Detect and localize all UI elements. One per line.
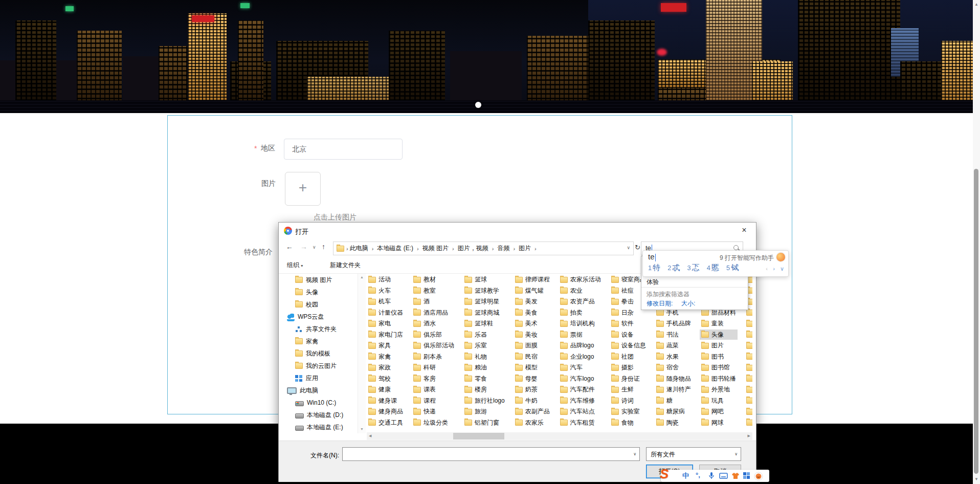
file-item[interactable]: 西 bbox=[745, 373, 752, 384]
file-item[interactable]: 篮球 bbox=[463, 275, 506, 285]
file-item[interactable]: 汽车维修 bbox=[559, 395, 603, 406]
close-icon[interactable]: × bbox=[739, 226, 750, 235]
breadcrumb-segment[interactable]: 图片，视频› bbox=[456, 244, 496, 253]
file-item[interactable]: 拍卖 bbox=[559, 307, 603, 318]
file-item[interactable]: 酒店用品 bbox=[412, 307, 456, 318]
file-item[interactable]: 酒 bbox=[412, 297, 456, 307]
file-item[interactable]: 相 bbox=[745, 417, 752, 428]
filename-input[interactable]: ∨ bbox=[342, 447, 640, 461]
file-item[interactable]: 牛奶 bbox=[514, 395, 551, 406]
file-item[interactable]: 礼物 bbox=[463, 351, 506, 362]
file-item[interactable]: 交通工具 bbox=[367, 417, 405, 428]
file-item[interactable]: 奶茶 bbox=[514, 385, 551, 395]
file-item[interactable]: 民宿 bbox=[514, 351, 551, 362]
new-folder-button[interactable]: 新建文件夹 bbox=[330, 261, 361, 270]
file-item[interactable]: 汽车logo bbox=[559, 373, 603, 384]
region-input[interactable]: 北京 bbox=[284, 139, 403, 160]
sidebar-item[interactable]: 此电脑 bbox=[279, 384, 358, 397]
file-item[interactable]: 随身物品 bbox=[655, 373, 693, 384]
ime-assistant-icon[interactable] bbox=[776, 253, 785, 261]
file-item[interactable]: 物 bbox=[745, 363, 752, 373]
file-item[interactable]: 书法 bbox=[655, 329, 693, 340]
carousel-dot[interactable] bbox=[475, 102, 481, 108]
ime-punctuation-toggle[interactable]: °, bbox=[696, 471, 700, 479]
file-item[interactable]: 实验室 bbox=[610, 407, 648, 417]
history-dropdown-icon[interactable]: ∨ bbox=[313, 245, 316, 250]
breadcrumb-segment[interactable]: 视频 图片› bbox=[421, 244, 456, 253]
file-item[interactable]: 童装 bbox=[700, 319, 738, 329]
scroll-right-icon[interactable]: ▶ bbox=[748, 434, 750, 438]
file-item[interactable]: 面膜 bbox=[514, 341, 551, 351]
ime-candidate[interactable]: 3忑 bbox=[687, 263, 699, 273]
file-item[interactable]: 乐器 bbox=[463, 329, 506, 340]
file-item[interactable]: 汽车配件 bbox=[559, 385, 603, 395]
file-item[interactable]: 农副产品 bbox=[514, 407, 551, 417]
browser-scrollbar[interactable]: ▲ ▼ bbox=[973, 0, 980, 484]
scroll-left-icon[interactable]: ◀ bbox=[369, 434, 371, 438]
file-item[interactable]: 乐室 bbox=[463, 341, 506, 351]
sidebar-item[interactable]: 头像 bbox=[279, 286, 358, 298]
file-item[interactable]: 遂川特产 bbox=[655, 385, 693, 395]
file-item[interactable]: 火车 bbox=[367, 285, 405, 296]
file-item[interactable]: 社团 bbox=[610, 351, 648, 362]
filetype-select[interactable]: 所有文件 ∨ bbox=[646, 447, 741, 461]
file-item[interactable]: 头像 bbox=[700, 329, 738, 340]
file-item[interactable]: 教材 bbox=[412, 275, 456, 285]
sidebar-scrollbar[interactable]: ▲ ▼ bbox=[358, 274, 366, 433]
file-list-hscrollbar[interactable]: ◀ ▶ bbox=[367, 432, 752, 440]
organize-menu[interactable]: 组织 ▾ bbox=[287, 261, 303, 270]
file-item[interactable]: 生鲜 bbox=[610, 385, 648, 395]
file-item[interactable]: 培训机构 bbox=[559, 319, 603, 329]
scroll-up-icon[interactable]: ▲ bbox=[358, 275, 366, 279]
filter-size-link[interactable]: 大小: bbox=[681, 299, 695, 308]
breadcrumb-segment[interactable]: 图片› bbox=[517, 244, 539, 253]
file-item[interactable]: 旅游 bbox=[463, 407, 506, 417]
file-item[interactable]: 物 bbox=[745, 341, 752, 351]
scroll-up-icon[interactable]: ▲ bbox=[973, 2, 980, 7]
file-item[interactable]: 计量仪器 bbox=[367, 307, 405, 318]
file-item[interactable]: 图书馆 bbox=[700, 363, 738, 373]
ime-candidate[interactable]: 1特 bbox=[648, 263, 660, 273]
scroll-down-icon[interactable]: ▼ bbox=[973, 477, 980, 481]
file-item[interactable]: 农业 bbox=[559, 285, 603, 296]
dialog-titlebar[interactable]: 打开 × bbox=[279, 223, 756, 239]
file-item[interactable]: 蔬菜 bbox=[655, 341, 693, 351]
file-item[interactable]: 身份证 bbox=[610, 373, 648, 384]
file-item[interactable]: 陶瓷 bbox=[655, 417, 693, 428]
file-item[interactable]: 品牌logo bbox=[559, 341, 603, 351]
sidebar-item[interactable]: 我的模板 bbox=[279, 347, 358, 360]
file-item[interactable]: 美食 bbox=[514, 307, 551, 318]
file-item[interactable]: 铝塑门窗 bbox=[463, 417, 506, 428]
file-item[interactable]: 戏 bbox=[745, 395, 752, 406]
file-item[interactable]: 手机品牌 bbox=[655, 319, 693, 329]
file-item[interactable]: 活动 bbox=[367, 275, 405, 285]
filter-date-link[interactable]: 修改日期: bbox=[647, 299, 673, 308]
file-item[interactable]: 美妆 bbox=[514, 329, 551, 340]
file-item[interactable]: 酒水 bbox=[412, 319, 456, 329]
file-item[interactable]: 垃圾分类 bbox=[412, 417, 456, 428]
file-item[interactable]: 摄影 bbox=[610, 363, 648, 373]
file-item[interactable]: 剧本杀 bbox=[412, 351, 456, 362]
file-item[interactable]: 健康 bbox=[367, 385, 405, 395]
microphone-icon[interactable] bbox=[708, 472, 715, 480]
sogou-logo[interactable]: S bbox=[660, 466, 669, 482]
file-item[interactable]: 篮球鞋 bbox=[463, 319, 506, 329]
chevron-down-icon[interactable]: ∨ bbox=[633, 452, 636, 456]
breadcrumb-segment[interactable]: 此电脑› bbox=[348, 244, 376, 253]
file-item[interactable]: 鲜 bbox=[745, 407, 752, 417]
file-item[interactable]: 篮球教学 bbox=[463, 285, 506, 296]
file-item[interactable]: 网球 bbox=[700, 417, 738, 428]
breadcrumb-bar[interactable]: › 此电脑›本地磁盘 (E:)›视频 图片›图片，视频›音频›图片› ∨ bbox=[333, 241, 634, 255]
file-item[interactable]: 家电 bbox=[367, 319, 405, 329]
file-item[interactable]: 网吧 bbox=[700, 407, 738, 417]
file-item[interactable]: 宿舍 bbox=[655, 363, 693, 373]
file-item[interactable]: 健身商品 bbox=[367, 407, 405, 417]
keyboard-icon[interactable] bbox=[719, 472, 728, 480]
file-item[interactable]: 篮球商城 bbox=[463, 307, 506, 318]
file-item[interactable]: 糖 bbox=[655, 395, 693, 406]
breadcrumb-segment[interactable]: 音频› bbox=[496, 244, 517, 253]
file-item[interactable]: 旅行社logo bbox=[463, 395, 506, 406]
file-item[interactable]: 农家乐 bbox=[514, 417, 551, 428]
search-history-item[interactable]: 体验 bbox=[647, 278, 659, 287]
file-item[interactable]: 煤气罐 bbox=[514, 285, 551, 296]
